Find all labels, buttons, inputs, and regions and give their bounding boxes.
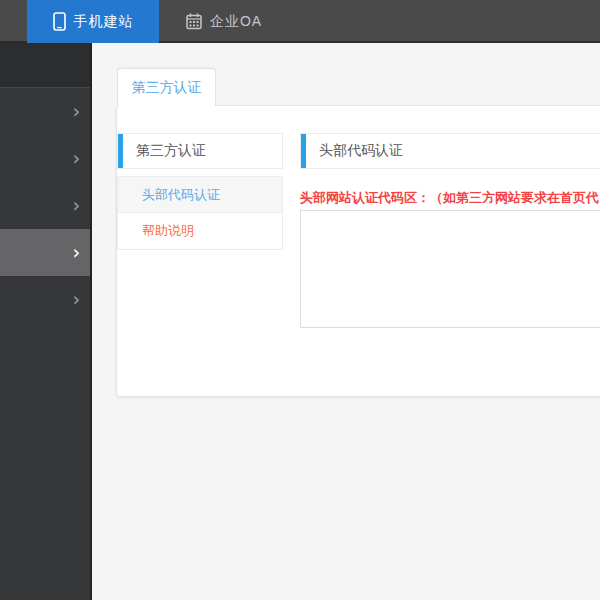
- sidebar-item-4-active[interactable]: ›: [0, 229, 90, 276]
- topbar-tab-label: 手机建站: [74, 13, 134, 31]
- topbar-tab-mobile-site[interactable]: 手机建站: [27, 0, 159, 43]
- calendar-icon: [186, 13, 202, 30]
- tab-label: 第三方认证: [132, 79, 202, 97]
- mobile-icon: [53, 12, 66, 31]
- chevron-right-icon: ›: [72, 196, 80, 215]
- chevron-right-icon: ›: [72, 102, 80, 121]
- chevron-right-icon: ›: [72, 243, 80, 262]
- blue-accent-bar: [118, 134, 123, 168]
- header-auth-code-textarea[interactable]: [300, 210, 600, 328]
- sidebar-item-1[interactable]: ›: [0, 88, 90, 135]
- sidebar-item-3[interactable]: ›: [0, 182, 90, 229]
- topbar: 手机建站 企业OA: [0, 0, 600, 43]
- menu-item-label: 头部代码认证: [142, 187, 220, 202]
- left-panel-heading: 第三方认证: [117, 133, 283, 169]
- menu-item-label: 帮助说明: [142, 223, 194, 238]
- chevron-right-icon: ›: [72, 290, 80, 309]
- tab-third-party-auth[interactable]: 第三方认证: [117, 68, 216, 106]
- right-panel-heading-label: 头部代码认证: [301, 142, 403, 160]
- blue-accent-bar: [301, 134, 306, 168]
- code-area-label: 头部网站认证代码区：（如第三方网站要求在首页代: [300, 189, 600, 207]
- chevron-right-icon: ›: [72, 149, 80, 168]
- sidebar-item-2[interactable]: ›: [0, 135, 90, 182]
- topbar-tab-enterprise-oa[interactable]: 企业OA: [159, 0, 289, 43]
- sidebar-item-5[interactable]: ›: [0, 276, 90, 323]
- left-submenu: 头部代码认证 帮助说明: [117, 176, 283, 250]
- left-panel-heading-label: 第三方认证: [118, 142, 206, 160]
- sidebar: › › › › ›: [0, 43, 92, 600]
- right-panel-heading: 头部代码认证: [300, 133, 600, 169]
- sidebar-header-block: [0, 43, 90, 88]
- menu-item-help-instructions[interactable]: 帮助说明: [118, 213, 282, 249]
- topbar-tab-label: 企业OA: [210, 13, 262, 31]
- menu-item-header-code-auth[interactable]: 头部代码认证: [118, 177, 282, 213]
